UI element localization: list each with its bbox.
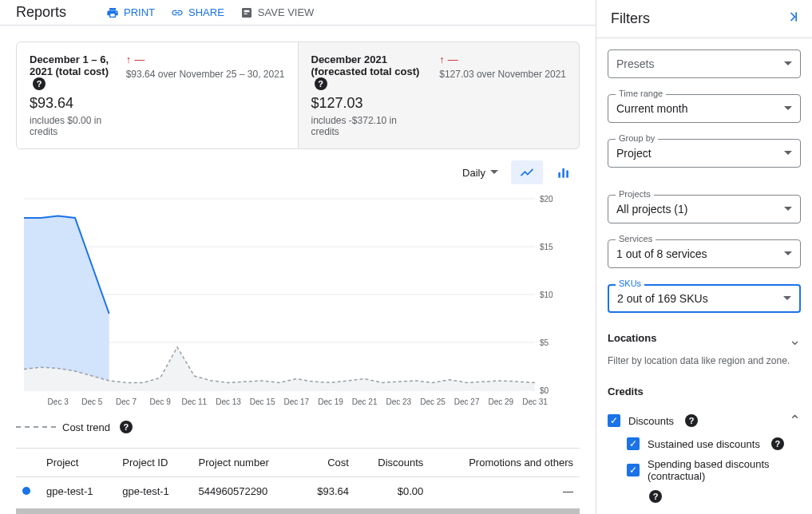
svg-text:$20: $20 <box>540 195 553 204</box>
svg-text:$10: $10 <box>540 291 553 299</box>
chevron-down-icon <box>784 207 792 215</box>
arrow-up-icon: ↑ <box>126 53 132 65</box>
svg-text:Dec 13: Dec 13 <box>216 397 241 406</box>
svg-rect-2 <box>566 171 568 178</box>
svg-text:Dec 5: Dec 5 <box>81 397 103 406</box>
granularity-dropdown[interactable]: Daily <box>462 167 498 179</box>
chevron-down-icon <box>784 106 792 114</box>
total-cost-card: December 1 – 6, 2021 (total cost)? $93.6… <box>16 42 299 149</box>
card-delta: ↑— <box>126 53 285 65</box>
svg-text:Dec 23: Dec 23 <box>386 397 411 406</box>
locations-subtext: Filter by location data like region and … <box>608 355 801 366</box>
card-delta-text: $127.03 over November 2021 <box>439 69 566 80</box>
chevron-down-icon <box>784 251 792 259</box>
arrow-up-icon: ↑ <box>439 53 445 65</box>
card-delta-text: $93.64 over November 25 – 30, 2021 <box>126 69 285 80</box>
line-chart-toggle[interactable] <box>511 160 543 184</box>
checkbox-checked-icon: ✓ <box>627 437 640 450</box>
col-discounts[interactable]: Discounts <box>355 449 430 477</box>
chevron-down-icon <box>784 151 792 159</box>
chevron-down-icon <box>783 296 791 304</box>
col-project[interactable]: Project <box>40 449 116 477</box>
svg-text:Dec 31: Dec 31 <box>522 397 548 406</box>
discounts-checkbox[interactable]: ✓ Discounts ? ⌃ <box>608 412 801 429</box>
help-icon[interactable]: ? <box>120 421 133 433</box>
svg-text:Dec 9: Dec 9 <box>150 397 172 406</box>
svg-text:Dec 7: Dec 7 <box>116 397 137 406</box>
svg-rect-1 <box>562 168 564 178</box>
skus-select[interactable]: SKUs 2 out of 169 SKUs <box>608 284 801 313</box>
print-button[interactable]: PRINT <box>106 6 155 19</box>
filters-title: Filters <box>611 10 650 27</box>
series-dot <box>22 487 30 495</box>
svg-text:Dec 17: Dec 17 <box>283 397 309 406</box>
projects-select[interactable]: Projects All projects (1) <box>608 195 801 223</box>
svg-text:Dec 3: Dec 3 <box>48 397 69 406</box>
help-icon[interactable]: ? <box>649 490 662 503</box>
help-icon[interactable]: ? <box>315 77 327 90</box>
chart-controls: Daily <box>0 149 596 191</box>
legend-label: Cost trend <box>62 421 110 433</box>
card-credits: includes $0.00 in credits <box>30 115 110 137</box>
svg-text:Dec 21: Dec 21 <box>352 397 378 406</box>
chevron-up-icon[interactable]: ⌃ <box>789 412 801 429</box>
legend-swatch <box>16 426 56 428</box>
page-title: Reports <box>16 4 66 21</box>
svg-text:Dec 29: Dec 29 <box>488 397 513 406</box>
svg-text:$0: $0 <box>540 386 549 395</box>
svg-text:Dec 19: Dec 19 <box>318 397 343 406</box>
svg-text:Dec 15: Dec 15 <box>250 397 275 406</box>
bar-chart-toggle[interactable] <box>548 160 580 184</box>
save-view-button[interactable]: SAVE VIEW <box>240 6 315 19</box>
card-title: December 1 – 6, 2021 (total cost) <box>30 53 109 77</box>
chart-type-toggle <box>511 160 580 184</box>
card-amount: $127.03 <box>311 95 424 112</box>
services-select[interactable]: Services 1 out of 8 services <box>608 239 801 268</box>
legend: Cost trend ? <box>0 414 596 448</box>
link-icon <box>171 6 184 19</box>
table-row[interactable]: gpe-test-1 gpe-test-1 544960572290 $93.6… <box>16 477 580 506</box>
forecast-cost-card: December 2021 (forecasted total cost)? $… <box>299 42 580 149</box>
svg-text:$15: $15 <box>540 243 553 251</box>
help-icon[interactable]: ? <box>685 414 698 427</box>
share-button[interactable]: SHARE <box>171 6 224 19</box>
card-delta: ↑— <box>439 53 566 65</box>
save-icon <box>240 6 253 19</box>
chevron-down-icon <box>784 61 792 69</box>
filters-header: Filters <box>596 0 812 38</box>
svg-text:Dec 25: Dec 25 <box>420 397 446 406</box>
chevron-down-icon: ⌄ <box>789 331 801 349</box>
horizontal-scrollbar[interactable] <box>16 508 580 514</box>
spending-based-checkbox[interactable]: ✓ Spending based discounts (contractual) <box>627 458 801 482</box>
checkbox-checked-icon: ✓ <box>608 414 620 427</box>
svg-text:$5: $5 <box>540 338 549 347</box>
chevron-down-icon <box>490 170 498 178</box>
print-icon <box>106 6 119 19</box>
svg-text:Dec 11: Dec 11 <box>181 397 207 406</box>
help-icon[interactable]: ? <box>33 77 46 90</box>
credits-expand[interactable]: Credits <box>608 382 801 404</box>
col-promo[interactable]: Promotions and others <box>430 449 580 477</box>
card-amount: $93.64 <box>30 95 110 112</box>
time-range-select[interactable]: Time range Current month <box>608 94 801 123</box>
card-title: December 2021 (forecasted total cost) <box>311 53 420 77</box>
help-icon[interactable]: ? <box>771 437 784 450</box>
presets-select[interactable]: Presets <box>608 49 801 78</box>
svg-rect-0 <box>558 172 560 178</box>
table-header-row: Project Project ID Project number Cost D… <box>16 449 580 477</box>
sustained-use-checkbox[interactable]: ✓ Sustained use discounts ? <box>627 437 801 450</box>
checkbox-checked-icon: ✓ <box>627 464 640 476</box>
col-cost[interactable]: Cost <box>299 449 355 477</box>
locations-expand[interactable]: Locations ⌄ <box>608 329 801 350</box>
svg-text:Dec 27: Dec 27 <box>454 397 480 406</box>
collapse-panel-icon[interactable] <box>785 9 801 29</box>
cost-chart: $0$5$10$15$20Dec 3Dec 5Dec 7Dec 9Dec 11D… <box>16 191 580 414</box>
summary-cards: December 1 – 6, 2021 (total cost)? $93.6… <box>0 26 596 149</box>
cost-table: Project Project ID Project number Cost D… <box>16 448 580 505</box>
card-credits: includes -$372.10 in credits <box>311 115 424 137</box>
col-project-number[interactable]: Project number <box>192 449 299 477</box>
group-by-select[interactable]: Group by Project <box>608 139 801 168</box>
col-project-id[interactable]: Project ID <box>116 449 192 477</box>
header: Reports PRINT SHARE SAVE VIEW <box>0 0 596 26</box>
